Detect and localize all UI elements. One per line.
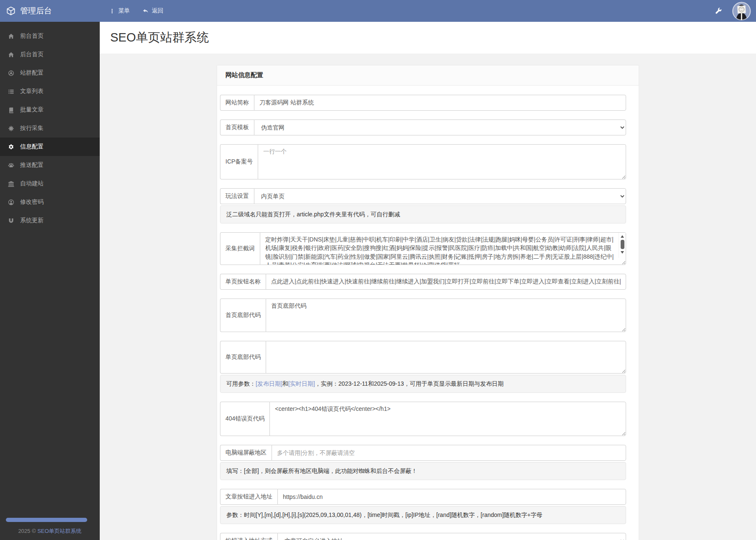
chrome-icon [7, 70, 15, 76]
play-mode-select[interactable]: 内页单页 [254, 188, 626, 204]
panel-body: 网站简称 首页模板 伪造官网 ICP备案号 [217, 86, 639, 540]
textarea-scrollbar [619, 233, 626, 258]
page-header: SEO单页站群系统 [100, 22, 756, 54]
paw-icon [7, 162, 15, 169]
play-mode-label: 玩法设置 [220, 188, 254, 204]
menu-toggle[interactable]: 菜单 [106, 0, 133, 22]
sidebar-item-label: 按行采集 [20, 125, 44, 132]
sidebar-item-push-config[interactable]: 推送配置 [0, 156, 100, 174]
sidebar-item-label: 系统更新 [20, 217, 44, 224]
scroll-down-arrow[interactable] [621, 251, 624, 254]
sidebar-item-label: 文章列表 [20, 88, 44, 95]
article-button-url-input[interactable] [277, 489, 626, 505]
sidebar-item-admin-home[interactable]: 后台首页 [0, 45, 100, 64]
sidebar-item-article-list[interactable]: 文章列表 [0, 82, 100, 101]
page-footer-code-label: 单页底部代码 [220, 341, 266, 374]
sidebar-item-site-group-config[interactable]: 站群配置 [0, 64, 100, 82]
field-pc-block-area: 电脑端屏蔽地区 填写：[全部]，则会屏蔽所有地区电脑端，此功能对蜘蛛和后台不会屏… [220, 445, 626, 480]
home-icon [7, 33, 15, 39]
page-footer-code-textarea[interactable] [266, 341, 626, 374]
pc-block-area-help: 填写：[全部]，则会屏蔽所有地区电脑端，此功能对蜘蛛和后台不会屏蔽！ [220, 462, 626, 480]
field-site-name: 网站简称 [220, 95, 626, 111]
ellipsis-v-icon [109, 8, 115, 14]
field-page-footer-code: 单页底部代码 可用参数：[发布日期]和[实时日期]，实例：2023-12-11和… [220, 341, 626, 393]
user-avatar[interactable] [732, 2, 751, 21]
site-name-input[interactable] [254, 95, 626, 111]
article-button-url-label: 文章按钮进入地址 [220, 489, 277, 505]
sidebar-item-label: 推送配置 [20, 161, 44, 169]
field-icp: ICP备案号 [220, 144, 626, 179]
scrollbar-thumb[interactable] [621, 240, 624, 249]
article-button-url-help: 参数：时间[Y],[m],[d],[H],[i],[s](2025,09,13,… [220, 506, 626, 524]
home-template-label: 首页模板 [220, 119, 254, 135]
button-url-mode-select[interactable]: 文章可自定义进入地址 [277, 533, 626, 540]
home-template-select[interactable]: 伪造官网 [254, 119, 626, 135]
sidebar-item-front-home[interactable]: 前台首页 [0, 27, 100, 45]
404-code-textarea[interactable]: <center><h1>404错误页代码</center></h1> [269, 402, 626, 436]
site-info-panel: 网站信息配置 网站简称 首页模板 伪造官网 [217, 65, 639, 540]
home-icon [7, 52, 15, 58]
top-navbar: 管理后台 菜单 返回 [0, 0, 756, 22]
cube-icon [6, 6, 16, 16]
sidebar-item-label: 后台首页 [20, 51, 44, 58]
button-names-input[interactable] [266, 274, 626, 290]
scroll-up-arrow[interactable] [621, 235, 624, 238]
sidebar-progress-bar [6, 518, 87, 522]
panel-title: 网站信息配置 [217, 65, 639, 86]
sidebar-item-system-update[interactable]: 系统更新 [0, 211, 100, 230]
brand-title: 管理后台 [20, 5, 52, 16]
help-text: 和 [282, 380, 288, 387]
page-footer-code-help: 可用参数：[发布日期]和[实时日期]，实例：2023-12-11和2025-09… [220, 375, 626, 393]
field-block-words: 采集拦截词 定时炸弹|天天干|DNS|床垫|儿童|慈善|中职|机车|印刷|中学|… [220, 232, 626, 265]
copyright-prefix: 2025 © [18, 528, 37, 534]
sidebar-item-label: 自动建站 [20, 180, 44, 187]
user-circle-icon [7, 199, 15, 205]
bank-icon [7, 181, 15, 187]
block-words-textarea[interactable]: 定时炸弹|天天干|DNS|床垫|儿童|慈善|中职|机车|印刷|中学|酒店|卫生|… [260, 232, 626, 265]
sidebar-item-info-config[interactable]: 信息配置 [0, 138, 100, 156]
help-text: 可用参数： [226, 380, 256, 387]
icp-textarea[interactable] [258, 144, 626, 179]
list-icon [7, 88, 15, 95]
sidebar-footer: 2025 © SEO单页站群系统 [0, 518, 100, 535]
sidebar-item-label: 信息配置 [20, 143, 44, 151]
brand[interactable]: 管理后台 [0, 5, 100, 16]
magnet-icon [7, 218, 15, 224]
gear-icon [7, 144, 15, 150]
icp-label: ICP备案号 [220, 144, 258, 179]
field-404-code: 404错误页代码 <center><h1>404错误页代码</center></… [220, 402, 626, 436]
field-article-button-url: 文章按钮进入地址 参数：时间[Y],[m],[d],[H],[i],[s](20… [220, 489, 626, 524]
menu-label: 菜单 [118, 7, 130, 15]
field-button-url-mode: 按钮进入地址方式 文章可自定义进入地址 [220, 533, 626, 540]
copyright: 2025 © SEO单页站群系统 [0, 527, 100, 535]
play-mode-help: 泛二级域名只能首页打开，article.php文件夹里有代码，可自行删减 [220, 205, 626, 223]
pc-block-area-label: 电脑端屏蔽地区 [220, 445, 272, 461]
field-button-names: 单页按钮名称 [220, 274, 626, 290]
main-area: SEO单页站群系统 网站信息配置 网站简称 首页模板 伪造官网 [100, 0, 756, 540]
sidebar-item-label: 批量文章 [20, 106, 44, 114]
copyright-link[interactable]: SEO单页站群系统 [37, 528, 81, 534]
field-home-footer-code: 首页底部代码 首页底部代码 [220, 299, 626, 332]
sidebar-item-batch-articles[interactable]: 批量文章 [0, 101, 100, 119]
sidebar-item-line-collect[interactable]: 按行采集 [0, 119, 100, 138]
param-realtime-date: [实时日期] [288, 380, 315, 387]
sidebar-item-auto-build[interactable]: 自动建站 [0, 174, 100, 193]
topbar-right [715, 2, 756, 21]
sidebar-item-label: 修改密码 [20, 198, 44, 206]
settings-button[interactable] [715, 8, 722, 15]
sidebar-item-label: 站群配置 [20, 69, 44, 77]
404-code-label: 404错误页代码 [220, 402, 269, 436]
param-publish-date: [发布日期] [256, 380, 282, 387]
badge-icon [7, 125, 15, 132]
block-words-label: 采集拦截词 [220, 232, 260, 265]
site-name-label: 网站简称 [220, 95, 254, 111]
back-button[interactable]: 返回 [139, 0, 167, 22]
wrench-icon [715, 8, 722, 15]
button-names-label: 单页按钮名称 [220, 274, 266, 290]
sidebar: 前台首页 后台首页 站群配置 文章列表 批量文章 按行采集 信息配置 推送配置 [0, 22, 100, 540]
sidebar-item-change-password[interactable]: 修改密码 [0, 193, 100, 211]
pc-block-area-input[interactable] [272, 445, 626, 461]
home-footer-code-textarea[interactable]: 首页底部代码 [266, 299, 626, 332]
sidebar-item-label: 前台首页 [20, 32, 44, 40]
field-home-template: 首页模板 伪造官网 [220, 119, 626, 135]
